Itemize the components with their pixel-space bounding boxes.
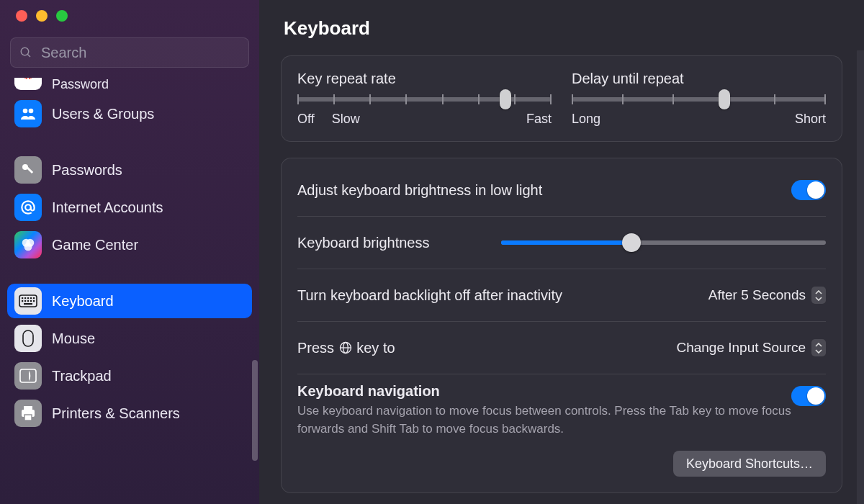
svg-rect-20 [33, 300, 35, 302]
svg-rect-12 [24, 297, 26, 299]
keyboard-icon [14, 287, 42, 315]
svg-rect-17 [24, 300, 26, 302]
svg-rect-18 [27, 300, 29, 302]
window-controls [0, 10, 259, 22]
keyboard-navigation-toggle[interactable] [791, 386, 826, 406]
press-globe-key-label: Press key to [297, 340, 395, 356]
svg-rect-15 [33, 297, 35, 299]
keyboard-brightness-slider[interactable] [501, 240, 826, 245]
search-field[interactable] [10, 37, 249, 68]
sidebar-item-users-groups[interactable]: Users & Groups [7, 96, 252, 131]
minimize-window-button[interactable] [36, 10, 48, 22]
sidebar-item-touch-id-password[interactable]: Touch ID & Password [7, 78, 252, 94]
chevron-up-down-icon [811, 287, 826, 304]
game-center-icon [14, 231, 42, 258]
chevron-up-down-icon [811, 339, 826, 356]
svg-rect-22 [23, 330, 33, 346]
keyboard-brightness-label: Keyboard brightness [297, 235, 429, 251]
slider-slow-label: Slow [332, 112, 360, 127]
search-input[interactable] [40, 44, 240, 62]
sidebar-item-label: Mouse [52, 330, 95, 347]
slider-max-label: Fast [526, 112, 552, 127]
trackpad-icon [14, 362, 42, 390]
svg-rect-21 [24, 303, 32, 305]
delay-until-repeat-slider[interactable] [572, 97, 826, 102]
zoom-window-button[interactable] [56, 10, 68, 22]
sidebar-item-label: Keyboard [52, 293, 114, 310]
svg-point-9 [24, 243, 32, 251]
slider-min-label: Off [297, 112, 315, 127]
main-scrollbar-track[interactable] [857, 50, 864, 504]
keyboard-options-card: Adjust keyboard brightness in low light … [281, 158, 842, 493]
main-panel: Keyboard Key repeat rate Off Slow [259, 0, 864, 504]
slider-max-label: Short [795, 112, 826, 127]
auto-brightness-toggle[interactable] [791, 180, 826, 200]
keyboard-shortcuts-button[interactable]: Keyboard Shortcuts… [673, 451, 826, 477]
delay-until-repeat-label: Delay until repeat [572, 71, 826, 87]
sidebar-item-keyboard[interactable]: Keyboard [7, 284, 252, 318]
sidebar-item-printers-scanners[interactable]: Printers & Scanners [7, 396, 252, 431]
key-icon [14, 156, 42, 184]
users-icon [14, 100, 42, 127]
slider-thumb[interactable] [622, 233, 641, 252]
svg-rect-19 [30, 300, 32, 302]
sidebar-item-game-center[interactable]: Game Center [7, 228, 252, 262]
svg-rect-26 [24, 415, 32, 420]
keyboard-navigation-label: Keyboard navigation [297, 383, 791, 400]
svg-rect-13 [27, 297, 29, 299]
page-title: Keyboard [284, 17, 855, 40]
press-globe-key-select[interactable]: Change Input Source [676, 339, 826, 356]
svg-rect-14 [30, 297, 32, 299]
sidebar-list: Touch ID & Password Users & Groups Passw… [0, 78, 259, 504]
sidebar-item-mouse[interactable]: Mouse [7, 321, 252, 356]
sidebar-item-internet-accounts[interactable]: Internet Accounts [7, 190, 252, 225]
close-window-button[interactable] [16, 10, 27, 22]
sidebar-item-label: Users & Groups [52, 106, 154, 122]
svg-rect-16 [22, 300, 23, 302]
at-sign-icon [14, 194, 42, 221]
sidebar-item-label: Printers & Scanners [52, 405, 180, 422]
sidebar-item-label: Passwords [52, 162, 122, 179]
svg-line-1 [27, 54, 30, 57]
svg-point-3 [29, 109, 34, 114]
search-icon [19, 46, 32, 59]
printer-icon [14, 400, 42, 427]
backlight-off-select[interactable]: After 5 Seconds [708, 287, 826, 304]
slider-thumb[interactable] [500, 89, 511, 109]
svg-rect-24 [24, 406, 32, 410]
key-repeat-rate-slider[interactable] [297, 97, 552, 102]
repeat-rate-card: Key repeat rate Off Slow Fast [281, 55, 842, 142]
keyboard-navigation-description: Use keyboard navigation to move focus be… [297, 402, 791, 438]
svg-rect-5 [27, 167, 33, 174]
touch-id-icon [14, 78, 42, 90]
svg-point-6 [25, 204, 31, 210]
svg-point-4 [22, 164, 28, 170]
sidebar-item-passwords[interactable]: Passwords [7, 153, 252, 187]
sidebar-item-label: Internet Accounts [52, 199, 163, 216]
sidebar-item-trackpad[interactable]: Trackpad [7, 359, 252, 393]
sidebar-item-label: Trackpad [52, 368, 112, 384]
sidebar: Touch ID & Password Users & Groups Passw… [0, 0, 259, 504]
sidebar-scrollbar[interactable] [252, 360, 258, 461]
backlight-off-label: Turn keyboard backlight off after inacti… [297, 287, 562, 304]
sidebar-item-label: Game Center [52, 237, 138, 253]
svg-point-2 [23, 109, 28, 114]
select-value: After 5 Seconds [708, 287, 806, 303]
svg-rect-23 [20, 369, 36, 382]
globe-icon [338, 341, 353, 355]
svg-point-0 [21, 48, 29, 55]
auto-brightness-label: Adjust keyboard brightness in low light [297, 182, 542, 199]
select-value: Change Input Source [676, 340, 806, 356]
key-repeat-rate-label: Key repeat rate [297, 71, 552, 87]
sidebar-item-label: Password [52, 78, 122, 92]
svg-rect-11 [22, 297, 23, 299]
slider-min-label: Long [572, 112, 600, 127]
mouse-icon [14, 325, 42, 352]
slider-thumb[interactable] [719, 89, 730, 109]
